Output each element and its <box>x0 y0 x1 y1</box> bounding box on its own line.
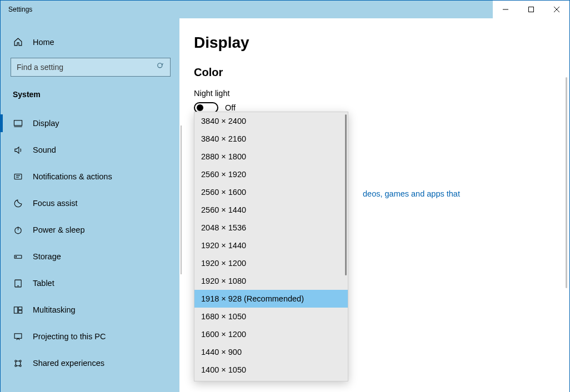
sidebar-item-projecting-to-this-pc[interactable]: Projecting to this PC <box>1 323 179 350</box>
svg-rect-18 <box>18 306 22 309</box>
notifications-icon <box>13 172 23 182</box>
svg-rect-6 <box>14 120 22 125</box>
minimize-button[interactable] <box>493 1 518 18</box>
sidebar-item-storage[interactable]: Storage <box>1 243 179 270</box>
resolution-option[interactable]: 1440 × 900 <box>194 343 348 361</box>
sidebar-item-label: Tablet <box>33 279 54 288</box>
resolution-option[interactable]: 2560 × 1920 <box>194 165 348 183</box>
dropdown-list: 3840 × 24003840 × 21602880 × 18002560 × … <box>194 112 348 381</box>
resolution-option[interactable]: 1920 × 1200 <box>194 254 348 272</box>
titlebar-controls <box>493 1 569 18</box>
maximize-button[interactable] <box>518 1 544 18</box>
svg-point-21 <box>14 360 16 361</box>
svg-rect-1 <box>529 7 534 12</box>
resolution-option[interactable]: 2048 × 1536 <box>194 219 348 237</box>
svg-point-23 <box>14 365 16 366</box>
home-icon <box>13 37 23 47</box>
close-icon <box>554 7 559 12</box>
resolution-option[interactable]: 3840 × 2160 <box>194 130 348 148</box>
sidebar-item-label: Notifications & actions <box>33 172 112 181</box>
settings-window: Settings Home <box>0 0 570 392</box>
titlebar: Settings <box>1 1 569 18</box>
sidebar-item-notifications-actions[interactable]: Notifications & actions <box>1 163 179 190</box>
sidebar-item-tablet[interactable]: Tablet <box>1 270 179 296</box>
sidebar-item-label: Shared experiences <box>33 359 104 368</box>
sidebar-item-multitasking[interactable]: Multitasking <box>1 296 179 323</box>
svg-rect-19 <box>18 310 22 313</box>
svg-point-22 <box>19 360 21 361</box>
sidebar: Home System DisplaySoundNotifications & … <box>1 18 179 392</box>
section-heading-color: Color <box>194 66 569 79</box>
sound-icon <box>13 145 23 155</box>
tablet-icon <box>13 279 23 288</box>
svg-point-4 <box>158 63 162 68</box>
multitasking-icon <box>13 305 23 315</box>
sidebar-item-sound[interactable]: Sound <box>1 137 179 163</box>
home-button[interactable]: Home <box>1 32 179 52</box>
shared-icon <box>13 359 23 368</box>
resolution-option[interactable]: 1400 × 1050 <box>194 361 348 379</box>
nav-list: DisplaySoundNotifications & actionsFocus… <box>1 110 179 376</box>
display-icon <box>13 119 23 128</box>
power-icon <box>13 225 23 235</box>
resolution-option[interactable]: 1920 × 1440 <box>194 237 348 254</box>
focus-assist-icon <box>13 199 23 208</box>
home-label: Home <box>33 38 54 47</box>
scroll-indicator <box>181 125 182 274</box>
svg-rect-8 <box>14 174 22 179</box>
minimize-icon <box>503 7 508 12</box>
window-title: Settings <box>8 6 32 13</box>
sidebar-item-label: Storage <box>33 252 61 261</box>
sidebar-item-power-sleep[interactable]: Power & sleep <box>1 217 179 243</box>
maximize-icon <box>528 7 534 12</box>
svg-point-24 <box>19 365 21 366</box>
projecting-icon <box>13 332 23 341</box>
search-input[interactable] <box>11 58 171 77</box>
sidebar-item-label: Multitasking <box>33 305 76 314</box>
sidebar-item-label: Sound <box>33 145 56 154</box>
titlebar-left: Settings <box>1 6 32 13</box>
page-title: Display <box>194 34 569 52</box>
search-field[interactable] <box>17 63 157 72</box>
content-scrollbar[interactable] <box>566 77 567 288</box>
search-container <box>1 52 179 84</box>
sidebar-item-label: Display <box>33 119 59 128</box>
svg-rect-20 <box>14 333 22 338</box>
sidebar-item-focus-assist[interactable]: Focus assist <box>1 190 179 217</box>
night-light-label: Night light <box>194 89 569 98</box>
close-button[interactable] <box>544 1 569 18</box>
resolution-option[interactable]: 2880 × 1800 <box>194 148 348 165</box>
sidebar-item-shared-experiences[interactable]: Shared experiences <box>1 350 179 376</box>
svg-rect-17 <box>14 306 17 313</box>
svg-point-14 <box>16 256 16 257</box>
hdr-hint-fragment: deos, games and apps that <box>363 189 460 198</box>
resolution-option[interactable]: 1920 × 1080 <box>194 272 348 290</box>
sidebar-item-display[interactable]: Display <box>1 110 179 137</box>
section-label: System <box>1 84 179 104</box>
resolution-option[interactable]: 1680 × 1050 <box>194 308 348 325</box>
resolution-option[interactable]: 2560 × 1440 <box>194 201 348 219</box>
search-icon <box>157 62 164 72</box>
dropdown-scrollbar[interactable] <box>345 114 347 275</box>
night-light-value: Off <box>225 103 236 112</box>
resolution-option[interactable]: 1600 × 1200 <box>194 325 348 343</box>
sidebar-item-label: Focus assist <box>33 199 78 208</box>
sidebar-item-label: Projecting to this PC <box>33 332 106 341</box>
resolution-dropdown[interactable]: 3840 × 24003840 × 21602880 × 18002560 × … <box>194 112 348 381</box>
storage-icon <box>13 252 23 262</box>
resolution-option[interactable]: 2560 × 1600 <box>194 183 348 201</box>
resolution-option[interactable]: 3840 × 2400 <box>194 112 348 130</box>
sidebar-item-label: Power & sleep <box>33 225 85 234</box>
resolution-option[interactable]: 1918 × 928 (Recommended) <box>194 290 348 308</box>
